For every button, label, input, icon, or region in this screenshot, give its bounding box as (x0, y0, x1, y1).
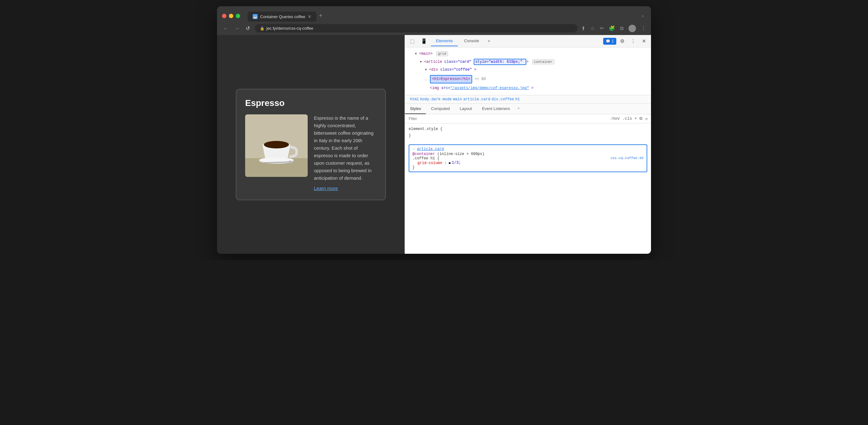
browser-content: Espresso (217, 35, 651, 254)
cut-icon[interactable]: ✂ (600, 25, 604, 31)
triangle-down-icon (425, 67, 427, 72)
breadcrumb-main[interactable]: main (453, 97, 462, 102)
coffee-card: Espresso (236, 89, 386, 200)
grid-column-value: 1/3; (452, 161, 461, 165)
element-picker-button[interactable]: ⬚ (407, 36, 417, 46)
devtools-menu-button[interactable]: ⋮ (628, 36, 638, 46)
forward-button[interactable]: → (233, 24, 241, 33)
hov-button[interactable]: :hov (610, 116, 620, 121)
svg-point-7 (288, 161, 293, 163)
message-icon: 💬 (606, 39, 610, 43)
selected-h1-element[interactable]: <h1>Espresso</h1> (430, 75, 472, 84)
devtools-toolbar: ⬚ 📱 Elements Console » 💬 1 ⚙ ⋮ ✕ (405, 35, 651, 47)
extensions-icon[interactable]: 🧩 (609, 25, 615, 31)
breadcrumb-div-coffee[interactable]: div.coffee (492, 97, 514, 102)
devtools-close-button[interactable]: ✕ (640, 36, 649, 46)
element-style-rule: element.style { } (409, 126, 647, 139)
coffee-cup-svg (245, 115, 308, 177)
cls-button[interactable]: .cls (622, 116, 632, 121)
ellipsis-button[interactable]: … (423, 75, 430, 84)
breadcrumb-html[interactable]: html (410, 97, 419, 102)
notifications-badge[interactable]: 💬 1 (603, 38, 616, 45)
dom-tree: <main> grid <article class="card" style=… (405, 50, 651, 93)
css-close-brace: } (409, 133, 411, 138)
bookmark-icon[interactable]: ☆ (590, 25, 595, 31)
share-icon[interactable]: ⬆ (581, 25, 585, 31)
traffic-lights (222, 14, 240, 18)
dom-line-article[interactable]: <article class="card" style="width: 610p… (405, 58, 651, 66)
learn-more-link[interactable]: Learn more (314, 186, 376, 191)
webpage-area: Espresso (217, 35, 405, 254)
menu-icon[interactable]: ⋮ (641, 25, 646, 31)
more-tabs-button[interactable]: » (485, 37, 493, 46)
tab-styles[interactable]: Styles (405, 104, 426, 114)
highlighted-style-attr: style="width: 610px;" (474, 59, 526, 65)
address-input[interactable]: 🔒 jec.fyi/demo/css-cq-coffee (255, 24, 578, 33)
styles-tabs: Styles Computed Layout Event Listeners » (405, 104, 651, 115)
card-body: Espresso is the name of a highly concent… (245, 115, 376, 191)
triangle-down-icon (415, 52, 417, 56)
active-tab[interactable]: ☕ Container Queries coffee ✕ (248, 11, 316, 22)
css-close-brace-2: } (412, 165, 414, 170)
dom-line-main[interactable]: <main> grid (405, 50, 651, 58)
title-bar: ☕ Container Queries coffee ✕ + › (217, 6, 651, 22)
lock-icon: 🔒 (260, 26, 265, 31)
settings-button[interactable]: ⚙ (618, 36, 627, 46)
grid-badge: grid (436, 51, 448, 56)
back-button[interactable]: ← (222, 24, 229, 33)
tab-event-listeners[interactable]: Event Listeners (477, 104, 515, 114)
avatar[interactable] (628, 25, 636, 32)
coffee-description: Espresso is the name of a highly concent… (314, 115, 376, 191)
expand-triangle-icon: ▶ (449, 161, 451, 165)
article-card-link[interactable]: article.card (417, 147, 444, 151)
filter-actions: :hov .cls + ⧉ ◁ (610, 116, 647, 121)
coffee-h1-selector: .coffee h1 { (412, 156, 439, 161)
tab-label: Container Queries coffee (260, 14, 305, 19)
browser-window: ☕ Container Queries coffee ✕ + › ← → ↺ 🔒… (217, 6, 651, 254)
breadcrumb-bar: html body.dark-mode main article.card di… (405, 95, 651, 104)
triangle-down-icon (420, 60, 422, 64)
tab-bar: ☕ Container Queries coffee ✕ + (248, 10, 636, 22)
breadcrumb-h1[interactable]: h1 (515, 97, 520, 102)
tab-elements[interactable]: Elements (431, 36, 458, 46)
reload-button[interactable]: ↺ (245, 24, 251, 33)
url-text: jec.fyi/demo/css-cq-coffee (267, 26, 313, 31)
tab-grid-icon[interactable]: ⧉ (620, 26, 623, 31)
device-toggle-button[interactable]: 📱 (418, 36, 430, 46)
address-bar: ← → ↺ 🔒 jec.fyi/demo/css-cq-coffee ⬆ ☆ ✂… (217, 22, 651, 35)
tab-console[interactable]: Console (459, 36, 484, 46)
tab-favicon: ☕ (253, 14, 258, 19)
more-styles-tabs[interactable]: » (515, 104, 522, 114)
coffee-image (245, 115, 308, 177)
breadcrumb-body[interactable]: body.dark-mode (420, 97, 452, 102)
new-tab-button[interactable]: + (316, 10, 325, 22)
container-badge: container (532, 59, 554, 64)
close-button[interactable] (222, 14, 226, 18)
coffee-heading: Espresso (245, 98, 376, 108)
dom-ellipsis-line: … <h1>Espresso</h1> == $0 (405, 74, 651, 85)
filter-bar: :hov .cls + ⧉ ◁ (405, 115, 651, 124)
add-rule-button[interactable]: + (634, 116, 637, 121)
css-styles-panel: element.style { } → article.card @contai… (405, 124, 651, 254)
filter-input[interactable] (409, 117, 608, 121)
grid-column-prop: grid-column (412, 161, 442, 165)
devtools-panel: ⬚ 📱 Elements Console » 💬 1 ⚙ ⋮ ✕ (405, 35, 651, 254)
container-query-condition: (inline-size > 600px) (437, 152, 484, 156)
maximize-button[interactable] (236, 14, 240, 18)
tab-overflow-button[interactable]: › (640, 11, 646, 21)
container-query-rule: → article.card @container (inline-size >… (409, 144, 647, 172)
tab-layout[interactable]: Layout (455, 104, 477, 114)
coffee-text: Espresso is the name of a highly concent… (314, 115, 376, 182)
breadcrumb-article[interactable]: article.card (463, 97, 490, 102)
copy-element-button[interactable]: ⧉ (640, 116, 642, 121)
inspect-button[interactable]: ◁ (645, 116, 647, 121)
element-style-selector: element.style { (409, 127, 442, 131)
tab-computed[interactable]: Computed (426, 104, 455, 114)
toolbar-icons: ⬆ ☆ ✂ 🧩 ⧉ ⋮ (581, 25, 646, 32)
css-source[interactable]: css-cq-coffee:45 (610, 156, 644, 160)
dom-line-img[interactable]: <img src="/assets/img/demo/cof-espresso.… (405, 85, 651, 93)
tab-close-button[interactable]: ✕ (308, 14, 311, 19)
dom-line-div-coffee[interactable]: <div class="coffee" > (405, 66, 651, 74)
minimize-button[interactable] (229, 14, 233, 18)
dom-tree-panel: <main> grid <article class="card" style=… (405, 47, 651, 95)
